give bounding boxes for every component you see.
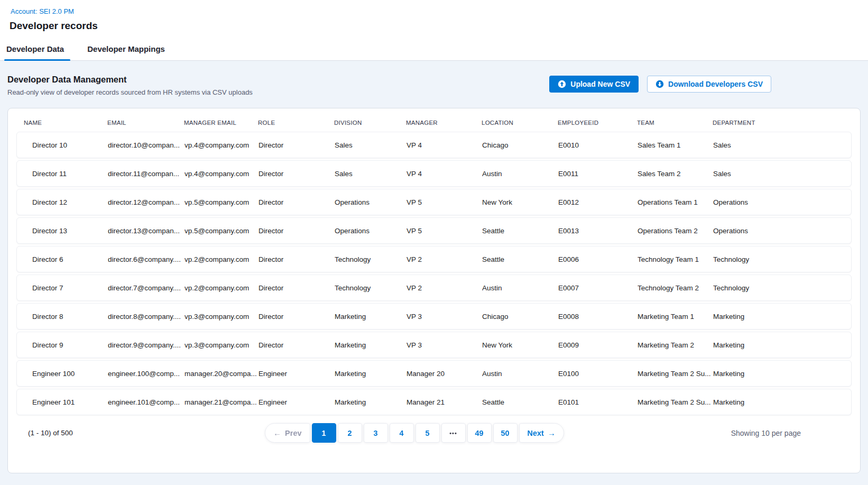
download-icon <box>655 80 664 88</box>
cell-team: Technology Team 1 <box>638 255 713 263</box>
tab-developer-mappings[interactable]: Developer Mappings <box>86 39 166 60</box>
table-row: Engineer 100 engineer.100@comp... manage… <box>16 360 852 387</box>
cell-name: Director 10 <box>24 141 108 149</box>
cell-department: Technology <box>713 284 844 292</box>
upload-new-csv-button[interactable]: Upload New CSV <box>549 76 639 93</box>
cell-location: Seattle <box>482 227 558 235</box>
cell-role: Engineer <box>258 398 335 406</box>
column-header: MANAGER <box>406 120 482 126</box>
table-row: Director 12 director.12@compan... vp.5@c… <box>16 189 852 215</box>
column-header: LOCATION <box>482 120 558 126</box>
cell-department: Operations <box>713 227 844 235</box>
cell-role: Director <box>258 198 335 206</box>
cell-department: Operations <box>713 198 844 206</box>
cell-email: director.13@compan... <box>108 227 184 235</box>
cell-email: director.9@company.... <box>108 341 184 349</box>
cell-role: Director <box>258 284 335 292</box>
page-button[interactable]: 3 <box>364 423 388 443</box>
section-header: Developer Data Management Read-only view… <box>7 75 861 96</box>
cell-manager: Manager 21 <box>407 398 482 406</box>
developer-data-section: Developer Data Management Read-only view… <box>0 61 868 485</box>
cell-manager-email: manager.20@compa... <box>184 370 258 378</box>
per-page-label: Showing 10 per page <box>564 429 852 437</box>
next-label: Next <box>528 429 544 437</box>
prev-page-button[interactable]: ← Prev <box>265 423 310 443</box>
cell-employeeid: E0006 <box>558 255 638 263</box>
cell-role: Director <box>258 170 335 178</box>
tab-bar: Developer Data Developer Mappings <box>0 39 868 61</box>
table-header-row: NAME EMAIL MANAGER EMAIL ROLE DIVISION M… <box>16 108 852 132</box>
page-button[interactable]: 4 <box>390 423 414 443</box>
table-row: Director 6 director.6@company.... vp.2@c… <box>16 246 852 272</box>
cell-email: director.10@compan... <box>108 141 184 149</box>
column-header: NAME <box>24 120 107 126</box>
cell-manager-email: manager.21@compa... <box>184 398 258 406</box>
next-page-button[interactable]: Next → <box>519 423 564 443</box>
cell-email: director.8@company.... <box>108 313 184 321</box>
page-header: Account: SEI 2.0 PM Developer records <box>0 0 868 32</box>
cell-division: Technology <box>335 284 407 292</box>
cell-division: Marketing <box>335 398 407 406</box>
cell-role: Director <box>258 255 335 263</box>
cell-team: Operations Team 1 <box>638 198 713 206</box>
cell-team: Operations Team 2 <box>638 227 713 235</box>
cell-team: Technology Team 2 <box>638 284 713 292</box>
results-range-label: (1 - 10) of 500 <box>28 429 265 437</box>
cell-employeeid: E0010 <box>558 141 638 149</box>
cell-division: Marketing <box>335 313 407 321</box>
page-title: Developer records <box>10 20 868 32</box>
cell-team: Sales Team 1 <box>638 141 713 149</box>
page-button[interactable]: 5 <box>415 423 440 443</box>
cell-location: Austin <box>482 370 558 378</box>
cell-name: Director 7 <box>24 284 108 292</box>
cell-name: Engineer 101 <box>24 398 108 406</box>
cell-division: Technology <box>335 255 407 263</box>
page-button[interactable]: 49 <box>467 423 492 443</box>
cell-role: Director <box>258 313 335 321</box>
pagination-bar: (1 - 10) of 500 ← Prev 12345•••4950 Next… <box>16 423 852 443</box>
cell-email: engineer.100@comp... <box>108 370 184 378</box>
cell-employeeid: E0100 <box>558 370 638 378</box>
cell-location: Seattle <box>482 398 558 406</box>
cell-manager-email: vp.2@company.com <box>184 255 258 263</box>
cell-manager: VP 2 <box>407 255 482 263</box>
next-arrow-icon: → <box>548 428 556 437</box>
section-subtitle: Read-only view of developer records sour… <box>7 88 253 96</box>
cell-location: Chicago <box>482 141 558 149</box>
page-button[interactable]: 2 <box>338 423 362 443</box>
cell-manager: VP 3 <box>407 341 482 349</box>
download-developers-csv-button[interactable]: Download Developers CSV <box>647 76 771 93</box>
cell-manager-email: vp.5@company.com <box>184 227 258 235</box>
cell-employeeid: E0007 <box>558 284 638 292</box>
cell-manager-email: vp.3@company.com <box>184 341 258 349</box>
column-header: MANAGER EMAIL <box>184 120 258 126</box>
cell-location: Austin <box>482 284 558 292</box>
page-buttons: 12345•••4950 <box>312 423 518 443</box>
page-button[interactable]: 50 <box>493 423 518 443</box>
cell-location: Chicago <box>482 313 558 321</box>
cell-role: Director <box>258 341 335 349</box>
tab-developer-data[interactable]: Developer Data <box>5 39 65 60</box>
cell-team: Marketing Team 1 <box>638 313 713 321</box>
cell-division: Marketing <box>335 341 407 349</box>
cell-department: Sales <box>713 141 844 149</box>
account-breadcrumb-link[interactable]: Account: SEI 2.0 PM <box>11 7 74 15</box>
cell-manager-email: vp.2@company.com <box>184 284 258 292</box>
cell-email: engineer.101@comp... <box>108 398 184 406</box>
column-header: DIVISION <box>334 120 406 126</box>
cell-name: Director 13 <box>24 227 108 235</box>
column-header: ROLE <box>258 120 334 126</box>
table-body: Director 10 director.10@compan... vp.4@c… <box>16 132 852 415</box>
cell-division: Marketing <box>335 370 407 378</box>
cell-name: Director 6 <box>24 255 108 263</box>
cell-employeeid: E0101 <box>558 398 638 406</box>
page-button-active[interactable]: 1 <box>312 423 336 443</box>
cell-employeeid: E0008 <box>558 313 638 321</box>
cell-manager: VP 5 <box>407 227 482 235</box>
cell-manager: VP 4 <box>407 141 482 149</box>
cell-division: Operations <box>335 227 407 235</box>
column-header: DEPARTMENT <box>713 120 844 126</box>
upload-icon <box>558 80 566 88</box>
cell-division: Sales <box>335 141 407 149</box>
cell-manager: VP 3 <box>407 313 482 321</box>
